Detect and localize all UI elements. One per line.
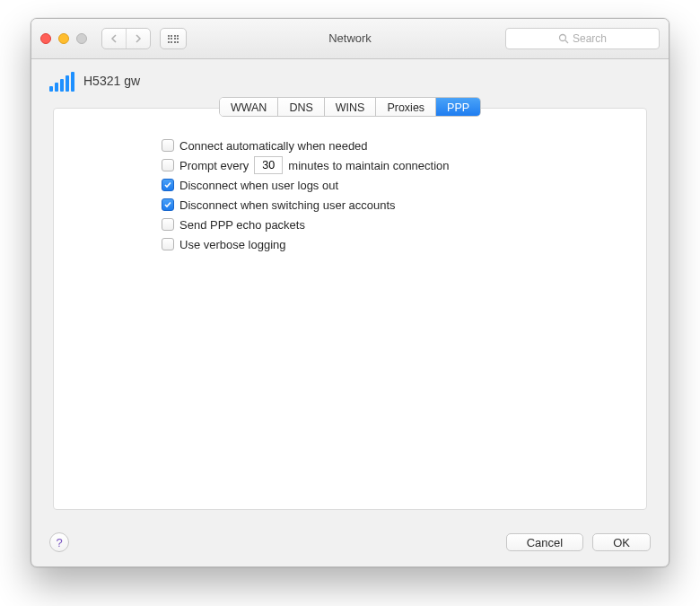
forward-button[interactable] xyxy=(127,29,150,48)
svg-point-0 xyxy=(559,35,565,41)
label-prompt-prefix: Prompt every xyxy=(179,159,249,172)
label-connect-auto: Connect automatically when needed xyxy=(179,139,368,153)
label-send-echo: Send PPP echo packets xyxy=(179,218,305,232)
option-disconnect-logout: Disconnect when user logs out xyxy=(162,175,646,195)
back-forward-segment xyxy=(101,28,151,49)
device-header: H5321 gw xyxy=(31,59,669,92)
close-window-button[interactable] xyxy=(40,33,51,44)
zoom-window-button[interactable] xyxy=(76,33,87,44)
tab-wwan[interactable]: WWAN xyxy=(220,98,279,116)
label-disconnect-switch: Disconnect when switching user accounts xyxy=(179,198,396,212)
grid-icon xyxy=(168,35,179,43)
settings-panel: Connect automatically when needed Prompt… xyxy=(53,108,647,510)
checkbox-disconnect-logout[interactable] xyxy=(162,179,174,191)
back-button[interactable] xyxy=(102,29,127,48)
panel-tabs: WWAN DNS WINS Proxies PPP xyxy=(219,97,481,117)
ppp-options: Connect automatically when needed Prompt… xyxy=(162,136,646,254)
minimize-window-button[interactable] xyxy=(58,33,69,44)
svg-line-1 xyxy=(565,40,568,43)
option-connect-auto: Connect automatically when needed xyxy=(162,136,646,155)
check-icon xyxy=(163,200,172,209)
chevron-right-icon xyxy=(135,34,142,43)
tab-wins[interactable]: WINS xyxy=(325,98,377,116)
option-disconnect-switch: Disconnect when switching user accounts xyxy=(162,195,646,215)
search-placeholder: Search xyxy=(573,32,607,45)
toolbar: Network Search xyxy=(31,19,669,59)
checkbox-connect-auto[interactable] xyxy=(162,139,174,152)
checkbox-disconnect-switch[interactable] xyxy=(162,198,174,211)
label-disconnect-logout: Disconnect when user logs out xyxy=(179,179,338,192)
window-controls xyxy=(40,33,87,44)
checkbox-send-echo[interactable] xyxy=(162,218,174,231)
label-prompt-suffix: minutes to maintain connection xyxy=(288,159,449,172)
option-verbose-logging: Use verbose logging xyxy=(162,234,646,254)
tabs-row: WWAN DNS WINS Proxies PPP xyxy=(31,97,669,117)
label-verbose-logging: Use verbose logging xyxy=(179,238,286,251)
input-prompt-minutes[interactable] xyxy=(254,156,283,174)
checkbox-prompt-every[interactable] xyxy=(162,159,174,171)
chevron-left-icon xyxy=(110,34,118,43)
cellular-signal-icon xyxy=(49,70,74,92)
option-prompt-every: Prompt every minutes to maintain connect… xyxy=(162,155,646,175)
help-button[interactable]: ? xyxy=(49,532,69,552)
search-icon xyxy=(558,33,569,44)
check-icon xyxy=(163,180,172,189)
tab-ppp[interactable]: PPP xyxy=(436,98,480,116)
show-all-button[interactable] xyxy=(160,28,187,49)
search-input[interactable]: Search xyxy=(505,28,660,49)
footer: ? Cancel OK xyxy=(31,523,669,566)
tab-proxies[interactable]: Proxies xyxy=(376,98,436,116)
ok-button[interactable]: OK xyxy=(592,533,651,551)
preferences-window: Network Search H5321 gw WWAN DNS WINS Pr… xyxy=(31,18,669,567)
checkbox-verbose-logging[interactable] xyxy=(162,238,174,250)
cancel-button[interactable]: Cancel xyxy=(506,533,583,551)
tab-dns[interactable]: DNS xyxy=(278,98,324,116)
device-name: H5321 gw xyxy=(83,74,140,88)
option-send-echo: Send PPP echo packets xyxy=(162,215,646,234)
